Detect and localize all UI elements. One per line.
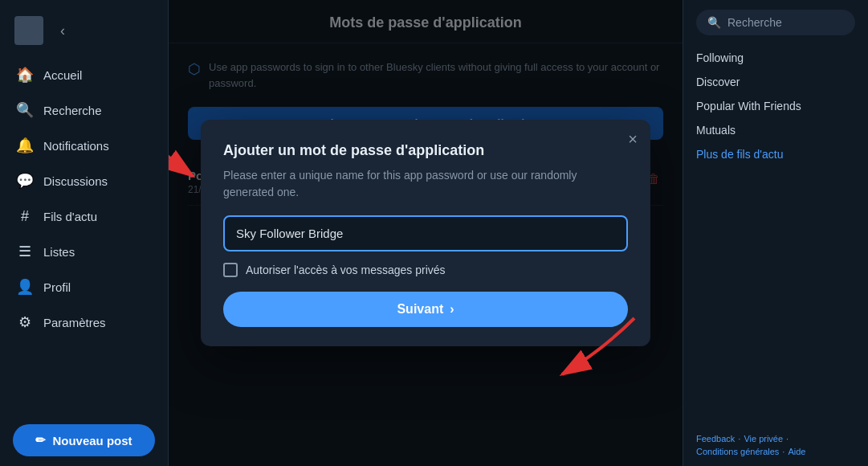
private-messages-label: Autoriser l'accès à vos messages privés (246, 264, 446, 276)
modal-close-button[interactable]: × (628, 131, 638, 147)
footer-link-2[interactable]: Conditions générales (696, 447, 779, 456)
fils-icon: # (16, 207, 34, 225)
sidebar-item-parametres[interactable]: ⚙Paramètres (6, 305, 161, 339)
notifications-icon: 🔔 (16, 137, 34, 154)
search-icon: 🔍 (707, 16, 721, 29)
sidebar-nav: 🏠Accueil🔍Recherche🔔Notifications💬Discuss… (6, 58, 161, 416)
sidebar-item-accueil[interactable]: 🏠Accueil (6, 58, 161, 92)
feed-link-mutuals[interactable]: Mutuals (696, 121, 855, 140)
sidebar-item-recherche[interactable]: 🔍Recherche (6, 93, 161, 127)
new-post-label: Nouveau post (52, 434, 132, 448)
sidebar-item-profil-label: Profil (43, 280, 71, 294)
modal-title: Ajouter un mot de passe d'application (223, 142, 628, 159)
edit-icon: ✏ (35, 433, 46, 448)
main-content: Mots de passe d'application ⬡ Use app pa… (169, 0, 683, 466)
sidebar-item-accueil-label: Accueil (43, 68, 82, 82)
private-messages-checkbox[interactable] (223, 263, 238, 277)
sidebar-item-parametres-label: Paramètres (43, 316, 106, 329)
recherche-icon: 🔍 (16, 101, 34, 119)
sidebar-item-fils-label: Fils d'actu (43, 210, 97, 223)
footer-separator: · (786, 434, 789, 444)
right-sidebar: 🔍 Recherche FollowingDiscoverPopular Wit… (683, 0, 868, 466)
sidebar-item-fils[interactable]: #Fils d'actu (6, 199, 161, 233)
footer-links: Feedback·Vie privée·Conditions générales… (696, 434, 855, 456)
left-sidebar: ‹ 🏠Accueil🔍Recherche🔔Notifications💬Discu… (0, 0, 169, 466)
sidebar-item-discussions[interactable]: 💬Discussions (6, 164, 161, 198)
sidebar-item-notifications[interactable]: 🔔Notifications (6, 129, 161, 162)
back-button[interactable]: ‹ (51, 19, 74, 42)
sidebar-item-discussions-label: Discussions (43, 174, 108, 188)
discussions-icon: 💬 (16, 172, 34, 190)
app-password-name-input[interactable] (223, 215, 628, 251)
feed-link-popular[interactable]: Popular With Friends (696, 96, 855, 116)
next-label: Suivant (397, 302, 443, 317)
listes-icon: ☰ (16, 243, 34, 260)
accueil-icon: 🏠 (16, 66, 34, 84)
modal-dialog: × Ajouter un mot de passe d'application … (201, 120, 650, 346)
sidebar-item-listes[interactable]: ☰Listes (6, 235, 161, 268)
modal-overlay[interactable]: × Ajouter un mot de passe d'application … (169, 0, 683, 466)
search-box[interactable]: 🔍 Recherche (696, 10, 855, 35)
next-button[interactable]: Suivant › (223, 292, 628, 327)
sidebar-item-profil[interactable]: 👤Profil (6, 270, 161, 304)
feed-links: FollowingDiscoverPopular With FriendsMut… (696, 48, 855, 164)
feed-link-following[interactable]: Following (696, 48, 855, 67)
search-placeholder: Recherche (727, 16, 782, 29)
sidebar-item-notifications-label: Notifications (43, 139, 109, 153)
sidebar-item-recherche-label: Recherche (43, 104, 102, 117)
footer-link-1[interactable]: Vie privée (744, 434, 783, 444)
new-post-button[interactable]: ✏ Nouveau post (13, 424, 155, 456)
parametres-icon: ⚙ (16, 313, 34, 331)
footer-link-3[interactable]: Aide (788, 447, 805, 456)
profil-icon: 👤 (16, 278, 34, 296)
sidebar-top: ‹ (6, 10, 161, 58)
modal-description: Please enter a unique name for this app … (223, 167, 628, 201)
footer-link-0[interactable]: Feedback (696, 434, 735, 444)
private-messages-row: Autoriser l'accès à vos messages privés (223, 263, 628, 277)
avatar[interactable] (14, 16, 43, 45)
next-icon: › (450, 302, 454, 317)
footer-separator: · (782, 447, 784, 456)
sidebar-item-listes-label: Listes (43, 245, 75, 259)
feed-link-plus[interactable]: Plus de fils d'actu (696, 145, 855, 164)
feed-link-discover[interactable]: Discover (696, 72, 855, 92)
footer-separator: · (738, 434, 740, 444)
